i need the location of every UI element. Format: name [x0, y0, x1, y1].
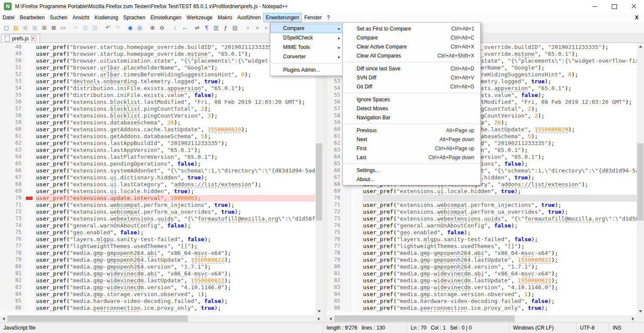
code-line-67[interactable]: 67user_pref("extensions.ui.dictionary.hi… [0, 174, 315, 181]
code-line-63[interactable]: 63user_pref("extensions.lastAppVersion",… [0, 147, 315, 154]
code-line-60[interactable]: 60user_pref("extensions.getAddons.cache.… [0, 126, 315, 133]
right-vertical-scrollbar[interactable] [637, 43, 644, 315]
menu-item-mime-tools[interactable]: MIME Tools▸ [270, 42, 343, 52]
code-line-57[interactable]: 57user_pref("extensions.blocklist.pingCo… [0, 106, 315, 112]
code-line-74[interactable]: 74user_pref("general.warnOnAboutConfig",… [0, 222, 315, 229]
menu-item-set-as-first-to-compare[interactable]: Set as First to CompareCtrl+Alt+1 [343, 24, 480, 33]
menu-item-settings[interactable]: Settings... [343, 166, 480, 175]
minimize-button[interactable] [585, 0, 604, 13]
status-encoding[interactable]: UTF-8 [577, 323, 609, 333]
scroll-down-arrow-icon[interactable] [315, 308, 323, 315]
code-line-50[interactable]: 50user_pref("browser.uiCustomization.sta… [0, 58, 315, 64]
code-line-83[interactable]: 83user_pref("media.gmp-widevinecdm.versi… [0, 284, 315, 291]
code-line-68[interactable]: 68user_pref("extensions.ui.lastCategory"… [0, 181, 315, 188]
code-line-82[interactable]: 82user_pref("media.gmp-widevinecdm.lastU… [0, 277, 315, 284]
menu-kodierung[interactable]: Kodierung [92, 13, 121, 22]
code-line-85[interactable]: 85user_pref("media.hardware-video-decodi… [0, 298, 315, 305]
maximize-button[interactable] [604, 0, 624, 13]
replace-icon[interactable]: ◎ [135, 24, 144, 32]
pane-splitter[interactable] [323, 43, 327, 322]
menu-ansicht[interactable]: Ansicht [70, 13, 92, 22]
code-line-73[interactable]: 73user_pref("extensions.webextensions.uu… [0, 215, 315, 222]
code-line-71[interactable]: 71user_pref("extensions.webcompat.perfor… [327, 202, 637, 209]
menu-bearbeiten[interactable]: Bearbeiten [17, 13, 47, 22]
code-line-84[interactable]: 84user_pref("media.gmp.storage.version.o… [327, 291, 637, 298]
indent-guide-icon[interactable]: ▥ [212, 24, 220, 32]
menu-ausf-hren[interactable]: Ausführen [235, 13, 263, 22]
code-line-69[interactable]: 69user_pref("extensions.ui.locale.hidden… [327, 188, 637, 195]
menu-suchen[interactable]: Suchen [47, 13, 70, 22]
menu-makro[interactable]: Makro [215, 13, 235, 22]
tab-close-icon[interactable] [31, 36, 37, 41]
close-file-icon[interactable]: ⊠ [40, 24, 49, 32]
close-all-files-icon[interactable]: ⊠ [49, 24, 58, 32]
menu-item-detect-moves[interactable]: Detect Moves [343, 104, 480, 113]
menu-fenster[interactable]: Fenster [302, 13, 324, 22]
code-line-69[interactable]: 69user_pref("extensions.ui.locale.hidden… [0, 188, 315, 195]
menu-item-dspellcheck[interactable]: DSpellCheck▸ [270, 33, 343, 42]
code-line-76[interactable]: 76user_pref("layers.mlgpu.sanity-test-fa… [327, 236, 637, 243]
code-line-75[interactable]: 75user_pref("geo.enabled", false); [0, 229, 315, 236]
menu-item-clear-all-compares[interactable]: Clear All ComparesCtrl+Alt+Shift+X [343, 51, 480, 60]
code-line-72[interactable]: 72user_pref("extensions.webcompat.perfor… [0, 209, 315, 215]
scrollbar-thumb[interactable] [316, 143, 322, 221]
menu-help[interactable]: ? [324, 13, 333, 22]
code-line-86[interactable]: 86user_pref("media.peerconnection.ice.pr… [0, 305, 315, 312]
code-line-75[interactable]: 75user_pref("geo.enabled", false); [327, 229, 637, 236]
zoom-out-icon[interactable]: ⊖ [158, 24, 166, 32]
menu-item-last[interactable]: LastCtrl+Alt+Page down [343, 153, 480, 162]
code-line-80[interactable]: 80user_pref("media.gmp-gmpopenh264.versi… [327, 263, 637, 270]
code-line-78[interactable]: 78user_pref("media.gmp-gmpopenh264.abi",… [327, 250, 637, 257]
code-line-70[interactable]: 70user_pref("extensions.update.interval"… [0, 195, 315, 202]
code-line-76[interactable]: 76user_pref("layers.mlgpu.sanity-test-fa… [0, 236, 315, 243]
menu-item-previous[interactable]: PreviousAlt+Page up [343, 126, 480, 135]
code-line-77[interactable]: 77user_pref("lightweightThemes.usedTheme… [327, 243, 637, 250]
code-line-62[interactable]: 62user_pref("extensions.lastAppBuildId",… [0, 140, 315, 147]
code-line-54[interactable]: 54user_pref("distribution.iniFile.exists… [0, 85, 315, 92]
code-line-66[interactable]: 66user_pref("extensions.systemAddonSet",… [0, 167, 315, 174]
menu-item-diff-since-last-save[interactable]: Diff since last SaveCtrl+Alt+D [343, 64, 480, 73]
scrollbar-thumb[interactable] [7, 315, 188, 322]
scroll-right-arrow-icon[interactable] [315, 315, 323, 322]
sync-horizontal-scrolling-icon[interactable]: ↔ [180, 24, 189, 32]
code-line-77[interactable]: 77user_pref("lightweightThemes.usedTheme… [0, 243, 315, 250]
menu-item-converter[interactable]: Converter▸ [270, 52, 343, 61]
menu-item-about[interactable]: About... [343, 175, 480, 184]
code-line-51[interactable]: 51user_pref("browser.urlbar.placeholderN… [0, 64, 315, 71]
code-line-84[interactable]: 84user_pref("media.gmp.storage.version.o… [0, 291, 315, 298]
code-line-70[interactable]: 70 [327, 195, 637, 202]
code-line-56[interactable]: 56user_pref("extensions.blocklist.lastMo… [0, 99, 315, 106]
menubar-close-icon[interactable]: X [633, 13, 641, 22]
code-line-53[interactable]: 53user_pref("devtools.onboarding.telemet… [0, 78, 315, 85]
scrollbar-thumb[interactable] [334, 315, 515, 322]
menu-einstellungen[interactable]: Einstellungen [148, 13, 184, 22]
code-line-78[interactable]: 78user_pref("media.gmp-gmpopenh264.abi",… [0, 250, 315, 257]
menu-erweiterungen[interactable]: Erweiterungen [263, 13, 302, 22]
code-line-52[interactable]: 52user_pref("browser.urlbar.timesBeforeH… [0, 71, 315, 78]
print-icon[interactable]: ▭ [59, 24, 67, 32]
scroll-left-arrow-icon[interactable] [327, 315, 334, 322]
scroll-up-arrow-icon[interactable] [637, 43, 644, 50]
code-line-49[interactable]: 49user_pref("browser.startup.homepage_ov… [0, 51, 315, 58]
code-line-71[interactable]: 71user_pref("extensions.webcompat.perfor… [0, 202, 315, 209]
code-line-80[interactable]: 80user_pref("media.gmp-gmpopenh264.versi… [0, 263, 315, 270]
function-list-icon[interactable]: ƒ [221, 24, 230, 32]
code-line-55[interactable]: 55user_pref("distribution.iniFile.exists… [0, 92, 315, 99]
status-insert-mode[interactable]: INS [609, 323, 644, 333]
code-line-64[interactable]: 64user_pref("extensions.lastPlatformVers… [0, 154, 315, 160]
menu-datei[interactable]: Datei [0, 13, 17, 22]
open-file-icon[interactable]: ▤ [12, 24, 20, 32]
menu-item-compare[interactable]: CompareCtrl+Alt+C [343, 33, 480, 42]
code-line-48[interactable]: 48user_pref("browser.startup.homepage_ov… [0, 44, 315, 51]
code-line-61[interactable]: 61user_pref("extensions.getAddons.databa… [0, 133, 315, 140]
code-line-65[interactable]: 65user_pref("extensions.pendingOperation… [0, 160, 315, 167]
sync-vertical-scrolling-icon[interactable]: ↕ [171, 24, 179, 32]
tab-prefs-js[interactable]: prefs.js [1, 34, 40, 42]
code-line-79[interactable]: 79user_pref("media.gmp-gmpopenh264.lastU… [327, 257, 637, 263]
code-line-58[interactable]: 58user_pref("extensions.blocklist.pingCo… [0, 112, 315, 119]
menu-item-navigation-bar[interactable]: Navigation Bar [343, 113, 480, 122]
status-eol-format[interactable]: Windows (CR LF) [510, 323, 577, 333]
left-vertical-scrollbar[interactable] [315, 43, 323, 315]
scroll-down-arrow-icon[interactable] [637, 308, 644, 315]
zoom-in-icon[interactable]: ⊕ [148, 24, 157, 32]
